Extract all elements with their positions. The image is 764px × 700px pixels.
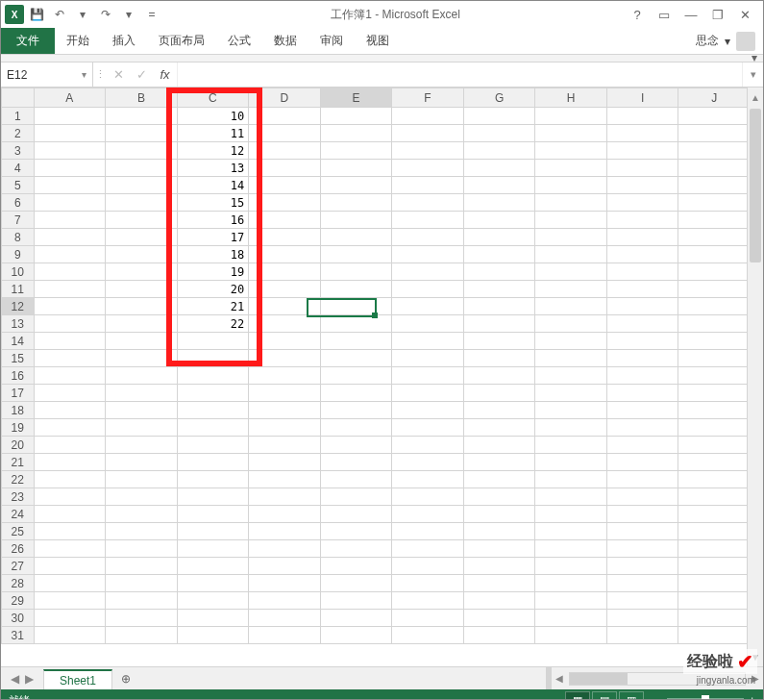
cell-B26[interactable] (106, 540, 178, 558)
cell-I30[interactable] (606, 610, 678, 627)
cell-C20[interactable] (177, 437, 249, 454)
cell-A22[interactable] (34, 471, 106, 488)
cell-H1[interactable] (535, 108, 607, 125)
cell-J30[interactable] (678, 610, 747, 627)
col-header-I[interactable]: I (606, 88, 678, 108)
cell-G1[interactable] (463, 108, 535, 125)
cell-I7[interactable] (606, 212, 678, 229)
row-header-9[interactable]: 9 (2, 246, 35, 263)
cell-J4[interactable] (678, 160, 747, 177)
cell-C5[interactable]: 14 (177, 177, 249, 194)
cell-B8[interactable] (106, 229, 178, 246)
save-button[interactable]: 💾 (26, 4, 47, 25)
cell-B23[interactable] (106, 488, 178, 506)
cell-E26[interactable] (320, 540, 392, 558)
col-header-E[interactable]: E (320, 88, 392, 108)
cell-B12[interactable] (106, 298, 178, 315)
cell-C6[interactable]: 15 (177, 194, 249, 212)
cell-H29[interactable] (535, 592, 607, 610)
cell-J3[interactable] (678, 142, 747, 160)
cell-C16[interactable] (177, 367, 249, 385)
cell-E11[interactable] (320, 281, 392, 298)
cell-J27[interactable] (678, 558, 747, 575)
cell-F17[interactable] (392, 385, 464, 402)
new-sheet-button[interactable]: ⊕ (112, 667, 139, 689)
formula-input[interactable] (178, 62, 742, 87)
cell-B24[interactable] (106, 506, 178, 523)
row-header-31[interactable]: 31 (2, 627, 35, 644)
cell-C13[interactable]: 22 (177, 315, 249, 333)
cell-E21[interactable] (320, 454, 392, 471)
cell-B1[interactable] (106, 108, 178, 125)
cell-D27[interactable] (249, 558, 321, 575)
cell-D23[interactable] (249, 488, 321, 506)
cell-A3[interactable] (34, 142, 106, 160)
cell-A10[interactable] (34, 263, 106, 281)
cell-E25[interactable] (320, 523, 392, 540)
cell-G30[interactable] (463, 610, 535, 627)
cell-G3[interactable] (463, 142, 535, 160)
cell-C3[interactable]: 12 (177, 142, 249, 160)
cell-E31[interactable] (320, 627, 392, 644)
qat-more-1[interactable]: ▾ (72, 4, 93, 25)
row-header-11[interactable]: 11 (2, 281, 35, 298)
row-header-8[interactable]: 8 (2, 229, 35, 246)
cell-F26[interactable] (392, 540, 464, 558)
cell-I4[interactable] (606, 160, 678, 177)
tab-insert[interactable]: 插入 (101, 28, 147, 54)
cell-A26[interactable] (34, 540, 106, 558)
row-header-12[interactable]: 12 (2, 298, 35, 315)
hscroll-thumb[interactable] (570, 673, 628, 685)
row-header-10[interactable]: 10 (2, 263, 35, 281)
row-header-27[interactable]: 27 (2, 558, 35, 575)
cell-C4[interactable]: 13 (177, 160, 249, 177)
cell-H10[interactable] (535, 263, 607, 281)
row-header-1[interactable]: 1 (2, 108, 35, 125)
cell-I29[interactable] (606, 592, 678, 610)
cell-F1[interactable] (392, 108, 464, 125)
cell-E29[interactable] (320, 592, 392, 610)
cell-I22[interactable] (606, 471, 678, 488)
row-header-13[interactable]: 13 (2, 315, 35, 333)
cell-E24[interactable] (320, 506, 392, 523)
cell-D6[interactable] (249, 194, 321, 212)
cell-B29[interactable] (106, 592, 178, 610)
cell-F21[interactable] (392, 454, 464, 471)
cell-C9[interactable]: 18 (177, 246, 249, 263)
cell-J15[interactable] (678, 350, 747, 367)
help-button[interactable]: ? (625, 4, 650, 25)
cell-H24[interactable] (535, 506, 607, 523)
tab-page-layout[interactable]: 页面布局 (147, 28, 216, 54)
cell-J12[interactable] (678, 298, 747, 315)
cell-F13[interactable] (392, 315, 464, 333)
cell-I10[interactable] (606, 263, 678, 281)
cell-C15[interactable] (177, 350, 249, 367)
tab-view[interactable]: 视图 (355, 28, 401, 54)
cell-H2[interactable] (535, 125, 607, 142)
cell-B5[interactable] (106, 177, 178, 194)
cell-E10[interactable] (320, 263, 392, 281)
cell-G21[interactable] (463, 454, 535, 471)
excel-icon[interactable]: X (5, 5, 24, 24)
cell-E17[interactable] (320, 385, 392, 402)
cell-C26[interactable] (177, 540, 249, 558)
cell-D26[interactable] (249, 540, 321, 558)
cell-I26[interactable] (606, 540, 678, 558)
cell-E4[interactable] (320, 160, 392, 177)
select-all-corner[interactable] (2, 88, 35, 108)
cell-H8[interactable] (535, 229, 607, 246)
cell-H21[interactable] (535, 454, 607, 471)
cell-D16[interactable] (249, 367, 321, 385)
cell-E22[interactable] (320, 471, 392, 488)
cell-G6[interactable] (463, 194, 535, 212)
qat-more-2[interactable]: ▾ (118, 4, 139, 25)
row-header-20[interactable]: 20 (2, 437, 35, 454)
cell-B16[interactable] (106, 367, 178, 385)
cell-E15[interactable] (320, 350, 392, 367)
cell-E19[interactable] (320, 419, 392, 437)
cell-I5[interactable] (606, 177, 678, 194)
cell-C2[interactable]: 11 (177, 125, 249, 142)
cell-G27[interactable] (463, 558, 535, 575)
row-header-26[interactable]: 26 (2, 540, 35, 558)
cell-I14[interactable] (606, 333, 678, 350)
